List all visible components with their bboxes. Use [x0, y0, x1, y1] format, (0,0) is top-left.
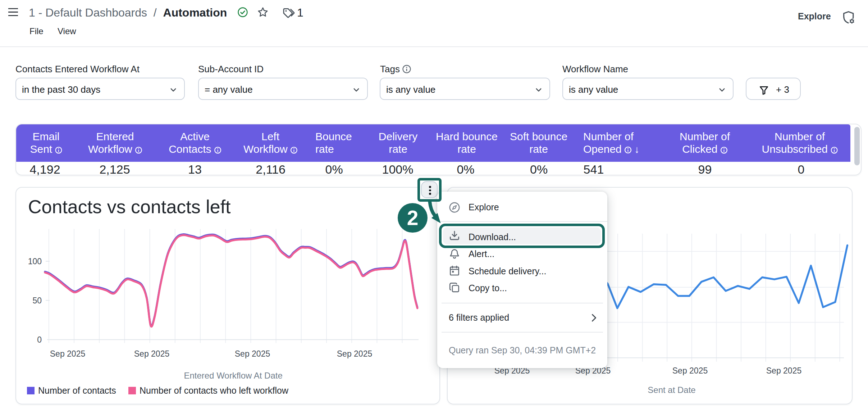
svg-text:Sep 2025: Sep 2025	[337, 349, 372, 358]
svg-text:50: 50	[32, 296, 42, 305]
svg-text:0: 0	[37, 335, 42, 344]
svg-text:Sep 2025: Sep 2025	[235, 349, 270, 358]
svg-text:Sep 2025: Sep 2025	[134, 349, 169, 358]
svg-text:Entered Workflow At Date: Entered Workflow At Date	[184, 371, 282, 380]
svg-text:Sep 2025: Sep 2025	[766, 366, 801, 375]
svg-text:100: 100	[28, 257, 42, 266]
svg-text:Sent at Date: Sent at Date	[648, 385, 695, 395]
svg-text:Sep 2025: Sep 2025	[50, 349, 85, 358]
svg-text:Sep 2025: Sep 2025	[672, 366, 708, 375]
